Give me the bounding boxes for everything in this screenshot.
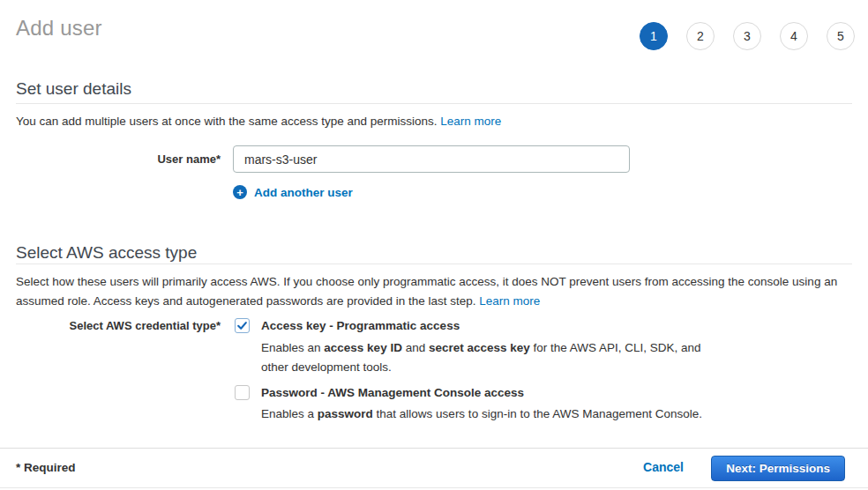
user-details-intro: You can add multiple users at once with … [16, 112, 852, 131]
credential-type-label: Select AWS credential type* [0, 319, 221, 332]
desc-text-bold: password [318, 407, 373, 420]
password-option-description: Enables a password that allows users to … [261, 405, 730, 424]
username-input[interactable] [233, 145, 630, 173]
add-another-user-button[interactable]: + Add another user [233, 185, 353, 199]
learn-more-link-access-type[interactable]: Learn more [479, 294, 540, 308]
desc-text-bold: access key ID [324, 341, 402, 354]
add-user-wizard-page: Add user 1 2 3 4 5 Set user details You … [0, 0, 868, 490]
desc-text: that allows users to sign-in to the AWS … [373, 407, 702, 420]
username-label: User name* [0, 152, 221, 166]
access-type-intro-text: Select how these users will primarily ac… [16, 275, 837, 308]
footer-divider [0, 448, 868, 449]
step-indicator-5: 5 [827, 22, 855, 50]
cancel-button[interactable]: Cancel [643, 460, 684, 474]
next-permissions-button[interactable]: Next: Permissions [711, 456, 845, 481]
step-indicator-1: 1 [640, 22, 668, 50]
section-divider [16, 264, 852, 264]
page-title: Add user [16, 16, 102, 41]
access-key-option-title[interactable]: Access key - Programmatic access [261, 319, 460, 332]
section-heading-access-type: Select AWS access type [16, 243, 197, 263]
password-checkbox[interactable] [235, 385, 250, 400]
required-note: * Required [16, 461, 76, 474]
access-key-checkbox[interactable] [235, 318, 250, 333]
learn-more-link-user-details[interactable]: Learn more [440, 115, 501, 128]
access-key-option-description: Enables an access key ID and secret acce… [261, 338, 730, 377]
page-bottom-divider [0, 487, 868, 488]
desc-text: Enables an [261, 341, 324, 354]
desc-text: and [402, 341, 429, 354]
user-details-intro-text: You can add multiple users at once with … [16, 115, 440, 128]
password-option-title[interactable]: Password - AWS Management Console access [261, 386, 524, 399]
section-heading-user-details: Set user details [16, 79, 131, 99]
checkmark-icon [236, 319, 249, 332]
access-type-intro: Select how these users will primarily ac… [16, 272, 852, 311]
desc-text-bold: secret access key [429, 341, 530, 354]
step-indicator-3: 3 [733, 22, 761, 50]
wizard-step-indicator: 1 2 3 4 5 [640, 22, 855, 50]
step-indicator-2: 2 [686, 22, 715, 50]
section-divider [16, 103, 852, 104]
step-indicator-4: 4 [780, 22, 808, 50]
desc-text: Enables a [261, 407, 318, 420]
plus-circle-icon: + [233, 185, 247, 199]
add-another-user-label: Add another user [254, 186, 353, 199]
